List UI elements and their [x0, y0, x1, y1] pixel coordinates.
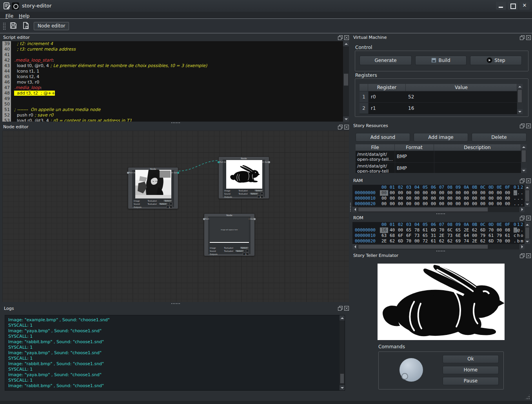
register-column-header[interactable]: Register [368, 84, 406, 91]
scroll-down-arrow[interactable] [521, 168, 527, 173]
rom-hex-view[interactable]: 000102030405060708090A0B0C0D0E0F01200000… [352, 222, 525, 244]
scroll-down-arrow[interactable] [343, 116, 349, 122]
node-editor-canvas[interactable]: Node Port In Port Out [2, 131, 349, 302]
hex-byte[interactable]: 62 [479, 238, 487, 244]
hex-byte[interactable]: 61 [503, 233, 512, 238]
hex-byte[interactable]: 00 [421, 190, 429, 196]
hex-byte[interactable]: 00 [405, 196, 413, 201]
sound-play-icon[interactable] [260, 192, 263, 195]
select-image-button[interactable]: Select [254, 189, 263, 192]
hex-byte[interactable]: 68 [388, 233, 396, 238]
hex-byte[interactable]: 70 [487, 227, 495, 233]
media-node-empty[interactable]: Node Port In Port Out Image will appear … [204, 213, 255, 256]
port-in-dot[interactable] [203, 218, 205, 220]
logs-vscrollbar[interactable] [340, 315, 345, 390]
close-panel-icon[interactable] [526, 253, 531, 258]
close-panel-icon[interactable] [344, 306, 349, 311]
media-node-yaya[interactable]: Node Port In Port Out [128, 167, 178, 209]
hex-byte[interactable]: 00 [388, 201, 396, 207]
hex-byte[interactable]: 00 [503, 238, 512, 244]
script-line[interactable]: 46 mov t3, r0 [2, 80, 349, 85]
script-line[interactable]: 52 push r0 ; save r0 [2, 113, 349, 118]
registers-table[interactable]: RegisterValue1r0522r116 [360, 84, 517, 114]
select-sound-button[interactable]: Select [249, 192, 259, 195]
add-sound-button[interactable]: Add sound [356, 133, 410, 142]
hex-byte[interactable]: 00 [405, 201, 413, 207]
script-line[interactable]: 48 add t3, t2 ; @++ [2, 91, 349, 96]
hex-byte[interactable]: 61 [421, 227, 429, 233]
hex-byte[interactable]: 00 [503, 196, 512, 201]
select-sound-button[interactable]: Select [158, 202, 168, 205]
hex-byte[interactable]: 6F [405, 233, 413, 238]
port-out-dot[interactable] [177, 172, 179, 174]
build-button[interactable]: Build [415, 56, 467, 65]
scroll-down-arrow[interactable] [525, 202, 530, 207]
menu-help[interactable]: Help [19, 13, 29, 19]
hex-byte[interactable]: 00 [495, 190, 503, 196]
script-line[interactable]: 49 [2, 96, 349, 102]
hex-byte[interactable]: 70 [405, 238, 413, 244]
hex-byte[interactable]: 6D [479, 227, 487, 233]
hex-byte[interactable]: 00 [470, 190, 479, 196]
hex-byte[interactable]: 00 [438, 190, 446, 196]
script-editor[interactable]: 39 ; t2: increment 440 ; t3: current med… [2, 41, 349, 122]
new-file-icon[interactable] [22, 22, 30, 31]
scroll-down-arrow[interactable] [517, 109, 523, 114]
scroll-thumb[interactable] [340, 373, 344, 384]
float-panel-icon[interactable] [338, 306, 343, 311]
hex-byte[interactable]: 00 [396, 196, 405, 201]
hex-byte[interactable]: 64 [462, 233, 470, 238]
pause-button[interactable]: Pause [443, 377, 499, 385]
hex-byte[interactable]: 00 [470, 196, 479, 201]
hex-byte[interactable]: 72 [421, 238, 429, 244]
splitter-script-node[interactable] [171, 122, 180, 124]
ram-hex-view[interactable]: 000102030405060708090A0B0C0D0E0F01200000… [352, 185, 525, 207]
hex-byte[interactable]: 00 [462, 196, 470, 201]
hex-byte[interactable]: 65 [454, 227, 462, 233]
script-line[interactable]: 50 [2, 102, 349, 107]
hex-byte[interactable]: 62 [388, 238, 396, 244]
resources-table[interactable]: FileFormatDescription/mnt/data/git/open-… [356, 144, 521, 173]
sound-play-icon[interactable] [246, 249, 249, 252]
script-line[interactable]: 41 [2, 52, 349, 58]
close-panel-icon[interactable] [526, 216, 531, 220]
hex-byte[interactable]: 00 [446, 201, 454, 207]
script-line[interactable]: 51; ------- On appelle un autre media no… [2, 107, 349, 113]
toolbar-drag-handle[interactable] [3, 22, 6, 30]
hex-byte[interactable]: 61 [429, 238, 438, 244]
ok-button[interactable]: Ok [443, 355, 499, 363]
hex-byte[interactable]: 00 [429, 196, 438, 201]
hex-byte[interactable]: 00 [487, 190, 495, 196]
window-resize-grip[interactable] [524, 394, 530, 400]
hex-byte[interactable]: 00 [479, 201, 487, 207]
hex-row[interactable]: 0000001000000000000000000000000000000000… [352, 196, 525, 201]
hex-byte[interactable]: 00 [470, 233, 479, 238]
hex-byte[interactable]: 00 [388, 196, 396, 201]
port-out-dot[interactable] [254, 218, 256, 220]
registers-vscrollbar[interactable] [517, 84, 523, 114]
port-in-dot[interactable] [218, 161, 220, 163]
scroll-thumb[interactable] [525, 190, 530, 202]
value-column-header[interactable]: Value [406, 84, 517, 91]
hex-byte[interactable]: 00 [429, 190, 438, 196]
hex-byte[interactable]: 00 [421, 196, 429, 201]
hex-byte[interactable]: 00 [446, 196, 454, 201]
hex-byte[interactable]: 00 [388, 190, 396, 196]
float-panel-icon[interactable] [338, 35, 343, 40]
format-column-header[interactable]: Format [395, 144, 434, 151]
register-row[interactable]: 1r052 [360, 91, 517, 102]
script-line[interactable]: 39 ; t2: increment 4 [2, 41, 349, 47]
hex-row[interactable]: 000000001640006578616D706C652E626D700008… [352, 227, 525, 233]
select-image-button[interactable]: Select [163, 199, 172, 202]
script-line[interactable]: 42.media_loop_start: [2, 58, 349, 63]
scroll-left-arrow[interactable] [352, 244, 358, 249]
scroll-up-arrow[interactable] [525, 185, 530, 190]
hex-byte[interactable]: 2E [462, 227, 470, 233]
hex-byte[interactable]: 00 [462, 201, 470, 207]
hex-byte[interactable]: 00 [413, 238, 421, 244]
hex-byte[interactable]: 00 [462, 190, 470, 196]
hex-byte[interactable]: 00 [405, 190, 413, 196]
hex-byte[interactable]: 62 [438, 238, 446, 244]
close-panel-icon[interactable] [344, 125, 349, 129]
hex-byte[interactable]: 00 [438, 196, 446, 201]
